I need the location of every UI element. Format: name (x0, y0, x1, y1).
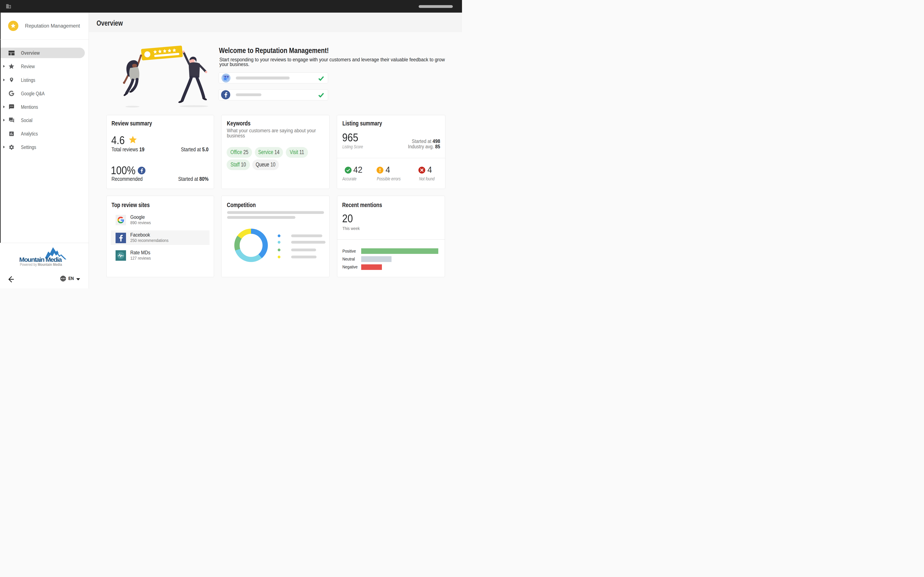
svg-text:G: G (227, 78, 228, 81)
svg-text:Mountain Media: Mountain Media (19, 256, 62, 263)
